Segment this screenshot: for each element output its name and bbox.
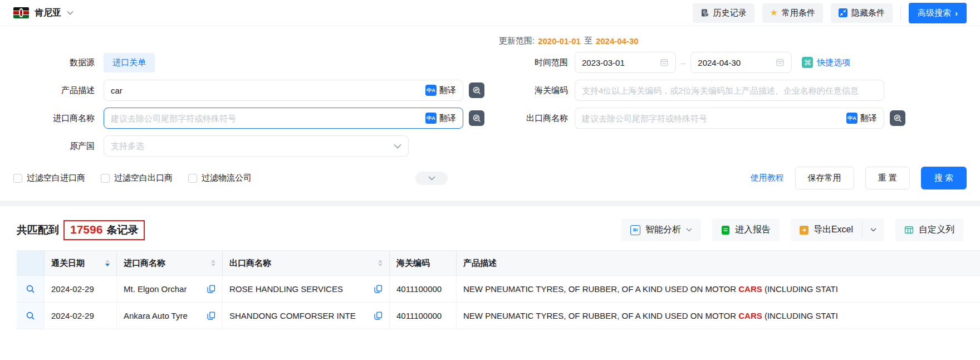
product-desc-input[interactable] [111, 86, 425, 95]
header-clearance-date[interactable]: 通关日期 [45, 250, 117, 276]
star-icon: ★ [770, 8, 778, 17]
header-label: 通关日期 [51, 258, 85, 269]
clearance-date-cell: 2024-02-29 [45, 303, 117, 329]
calendar-icon [660, 58, 669, 67]
filter-blank-importer[interactable]: 过滤空白进口商 [13, 173, 85, 183]
importer-name[interactable]: Mt. Elgon Orchar [124, 284, 187, 294]
filter-blank-exporter[interactable]: 过滤空白出口商 [101, 173, 173, 183]
header-exporter[interactable]: 出口商名称 [223, 250, 390, 276]
copy-button[interactable] [207, 312, 215, 320]
smart-analysis-button[interactable]: BI 智能分析 [621, 218, 701, 241]
product-desc-label: 产品描述 [13, 85, 104, 96]
advanced-search-button[interactable]: 高级搜索 › [909, 3, 967, 23]
section-divider [0, 201, 980, 206]
report-icon [721, 226, 730, 235]
importer-name[interactable]: Ankara Auto Tyre [124, 311, 188, 320]
magnifier-icon [26, 284, 35, 294]
filter-row: 过滤空白进口商 过滤空白出口商 过滤物流公司 使用教程 保存常用 重 置 搜 索 [13, 167, 967, 189]
row-detail-cell [17, 303, 45, 329]
product-desc-cell: NEW PNEUMATIC TYRES, OF RUBBER, OF A KIN… [457, 276, 980, 303]
country-name: 肯尼亚 [35, 7, 61, 19]
bi-analysis-icon: BI [630, 225, 640, 235]
tutorial-link[interactable]: 使用教程 [751, 173, 784, 183]
export-options-button[interactable] [863, 218, 884, 241]
expand-toggle-button[interactable] [415, 172, 448, 185]
favorites-label: 常用条件 [782, 8, 815, 18]
desc-keyword-highlight: CARS [738, 311, 762, 320]
copy-button[interactable] [374, 285, 383, 293]
translate-icon: 中A [425, 113, 437, 124]
sort-icons[interactable] [378, 260, 383, 266]
results-bar: 共匹配到 17596 条记录 BI 智能分析 进入报告 导出Excel [0, 206, 980, 250]
copy-button[interactable] [207, 285, 215, 293]
enter-report-label: 进入报告 [735, 224, 771, 236]
translate-icon: 中A [425, 85, 437, 96]
desc-keyword-highlight: CARS [738, 284, 762, 294]
copy-button[interactable] [374, 312, 383, 320]
quick-options-link[interactable]: ⌘ 快捷选项 [802, 57, 850, 68]
exporter-name[interactable]: SHANDONG COMFORSER INTE [229, 311, 356, 320]
translate-label: 翻译 [860, 113, 877, 124]
hs-code-input[interactable] [582, 86, 877, 95]
header-label: 出口商名称 [229, 258, 271, 269]
fuzzy-search-icon [472, 114, 482, 123]
importer-cell: Mt. Elgon Orchar [117, 276, 223, 303]
results-table: 通关日期 进口商名称 出口商名称 海关编码 产品描述 [17, 250, 980, 329]
view-detail-button[interactable] [26, 311, 35, 320]
smart-analysis-label: 智能分析 [645, 224, 681, 236]
date-to-input[interactable]: 2024-04-30 [690, 52, 792, 73]
exporter-name[interactable]: ROSE HANDLING SERVICES [229, 284, 343, 294]
desc-text: NEW PNEUMATIC TYRES, OF RUBBER, OF A KIN… [463, 311, 738, 320]
header-importer[interactable]: 进口商名称 [117, 250, 223, 276]
translate-icon: 中A [846, 113, 857, 124]
origin-country-label: 原产国 [13, 141, 104, 152]
search-mode-toggle-button[interactable] [890, 110, 905, 126]
filter-logistics[interactable]: 过滤物流公司 [188, 173, 252, 183]
translate-button[interactable]: 中A 翻译 [846, 113, 877, 124]
sort-icons[interactable] [211, 260, 215, 266]
favorites-button[interactable]: ★ 常用条件 [762, 3, 823, 23]
hs-code-cell: 4011100000 [390, 276, 457, 303]
exporter-label: 出口商名称 [506, 113, 575, 124]
sort-icons[interactable] [105, 260, 110, 266]
hs-code-field [575, 80, 884, 101]
search-mode-toggle-button[interactable] [469, 110, 484, 126]
origin-country-select[interactable]: 支持多选 [104, 135, 409, 157]
search-button[interactable]: 搜 索 [921, 167, 967, 189]
translate-label: 翻译 [439, 113, 456, 124]
match-count: 17596 [70, 223, 102, 236]
export-excel-split-button: 导出Excel [791, 218, 884, 241]
translate-button[interactable]: 中A 翻译 [425, 85, 456, 96]
history-button[interactable]: 历史记录 [693, 3, 754, 23]
importer-input[interactable] [111, 114, 425, 123]
exporter-input[interactable] [582, 114, 846, 123]
match-prefix: 共匹配到 [17, 223, 59, 237]
reset-button[interactable]: 重 置 [865, 167, 910, 189]
kenya-flag-icon [13, 7, 29, 18]
data-source-tag[interactable]: 进口关单 [104, 53, 155, 72]
search-mode-toggle-button[interactable] [469, 82, 484, 98]
topbar: 肯尼亚 历史记录 ★ 常用条件 隐藏条件 高级搜索 › [0, 0, 980, 26]
enter-report-button[interactable]: 进入报告 [712, 218, 780, 241]
update-range: 更新范围: 2020-01-01 至 2024-04-30 [499, 34, 967, 47]
advanced-search-label: 高级搜索 [918, 8, 951, 18]
hide-conditions-button[interactable]: 隐藏条件 [831, 3, 893, 23]
country-selector[interactable]: 肯尼亚 [13, 7, 74, 19]
table-row: 2024-02-29 Ankara Auto Tyre SHANDONG COM… [17, 303, 980, 329]
chevron-down-icon [870, 228, 876, 232]
date-from-input[interactable]: 2023-03-01 [575, 52, 676, 73]
customize-columns-button[interactable]: 自定义列 [895, 218, 963, 241]
search-form: 更新范围: 2020-01-01 至 2024-04-30 数据源 进口关单 时… [0, 26, 980, 201]
translate-button[interactable]: 中A 翻译 [425, 113, 456, 124]
hs-code-cell: 4011100000 [390, 303, 457, 329]
importer-cell: Ankara Auto Tyre [117, 303, 223, 329]
calendar-icon [776, 58, 785, 67]
product-desc-field: 中A 翻译 [104, 80, 463, 101]
date-from-value: 2023-03-01 [582, 58, 625, 67]
save-favorite-button[interactable]: 保存常用 [795, 167, 854, 189]
time-range-label: 时间范围 [506, 57, 575, 68]
date-separator: – [681, 58, 685, 67]
desc-text: (INCLUDING STATI [762, 284, 838, 294]
view-detail-button[interactable] [26, 284, 35, 294]
export-excel-button[interactable]: 导出Excel [791, 218, 862, 241]
